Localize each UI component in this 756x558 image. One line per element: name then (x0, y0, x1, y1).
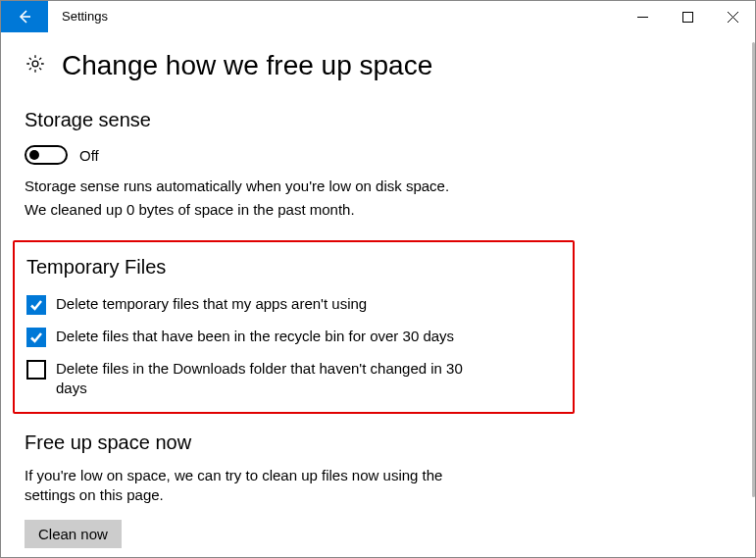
page-header: Change how we free up space (25, 50, 731, 81)
window-controls (620, 1, 755, 32)
temporary-files-heading: Temporary Files (26, 256, 561, 279)
storage-sense-desc-2: We cleaned up 0 bytes of space in the pa… (25, 200, 731, 220)
check-icon (29, 298, 43, 312)
checkbox[interactable] (26, 360, 46, 380)
temp-file-option-1: Delete files that have been in the recyc… (26, 327, 561, 347)
maximize-button[interactable] (665, 1, 710, 32)
check-icon (29, 330, 43, 344)
checkbox-label: Delete temporary files that my apps aren… (56, 294, 367, 314)
close-icon (728, 12, 738, 23)
storage-sense-toggle-row: Off (25, 145, 731, 165)
free-up-section: Free up space now If you're low on space… (25, 431, 731, 548)
checkbox[interactable] (26, 295, 46, 315)
scrollbar-thumb[interactable] (752, 42, 755, 497)
storage-sense-toggle[interactable] (25, 145, 68, 165)
titlebar: Settings (1, 1, 755, 32)
arrow-left-icon (17, 9, 32, 25)
gear-icon (25, 53, 46, 78)
checkbox-label: Delete files that have been in the recyc… (56, 327, 454, 346)
content-area: Change how we free up space Storage sens… (1, 32, 755, 557)
storage-sense-heading: Storage sense (25, 109, 731, 131)
toggle-knob (29, 150, 39, 160)
toggle-state-label: Off (79, 147, 99, 164)
minimize-icon (637, 12, 648, 23)
svg-rect-1 (682, 12, 692, 22)
checkbox[interactable] (26, 328, 46, 347)
checkbox-label: Delete files in the Downloads folder tha… (56, 359, 468, 399)
storage-sense-section: Storage sense Off Storage sense runs aut… (25, 109, 731, 221)
minimize-button[interactable] (620, 1, 665, 32)
svg-point-4 (32, 61, 38, 67)
storage-sense-desc-1: Storage sense runs automatically when yo… (25, 177, 731, 196)
temp-file-option-2: Delete files in the Downloads folder tha… (26, 359, 561, 399)
page-title: Change how we free up space (62, 50, 432, 81)
window-title: Settings (48, 1, 620, 32)
free-up-heading: Free up space now (25, 431, 731, 454)
close-button[interactable] (710, 1, 755, 32)
free-up-desc: If you're low on space, we can try to cl… (25, 466, 476, 506)
clean-now-button[interactable]: Clean now (25, 520, 122, 548)
maximize-icon (682, 12, 693, 23)
temp-file-option-0: Delete temporary files that my apps aren… (26, 294, 561, 315)
back-button[interactable] (1, 1, 48, 32)
temporary-files-section: Temporary Files Delete temporary files t… (13, 240, 575, 415)
scrollbar[interactable] (752, 42, 755, 547)
